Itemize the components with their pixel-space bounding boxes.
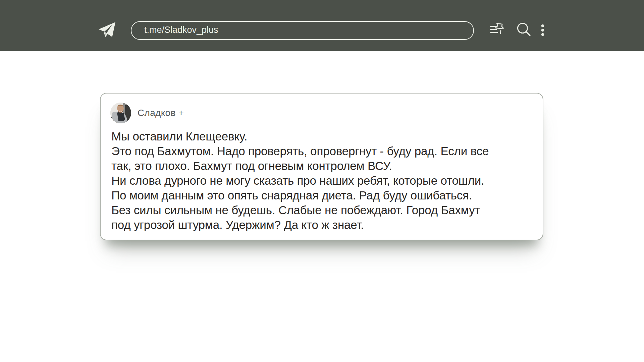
channel-name[interactable]: Сладков + (138, 108, 184, 118)
message-line: Это под Бахмутом. Надо проверять, опрове… (111, 144, 535, 159)
message-text: Мы оставили Клещеевку. Это под Бахмутом.… (111, 129, 535, 232)
pinned-messages-icon[interactable] (490, 22, 505, 38)
message-line: По моим данным это опять снарядная диета… (111, 188, 535, 203)
message-line: под угрозой штурма. Удержим? Да кто ж зн… (111, 218, 535, 232)
message-line: Мы оставили Клещеевку. (111, 129, 535, 144)
address-input[interactable] (131, 21, 474, 40)
message-line: так, это плохо. Бахмут под огневым контр… (111, 159, 535, 173)
telegram-logo-icon[interactable] (98, 21, 116, 39)
message-line: Без силы сильным не будешь. Слабые не по… (111, 203, 535, 218)
post-card: Сладков + Мы оставили Клещеевку. Это под… (100, 93, 543, 240)
kebab-menu-icon[interactable] (541, 23, 545, 38)
post-header: Сладков + (110, 102, 184, 124)
channel-avatar[interactable] (110, 103, 131, 123)
message-line: Ни слова дурного не могу сказать про наш… (111, 173, 535, 188)
search-icon[interactable] (516, 22, 532, 37)
header-bar (0, 0, 644, 51)
